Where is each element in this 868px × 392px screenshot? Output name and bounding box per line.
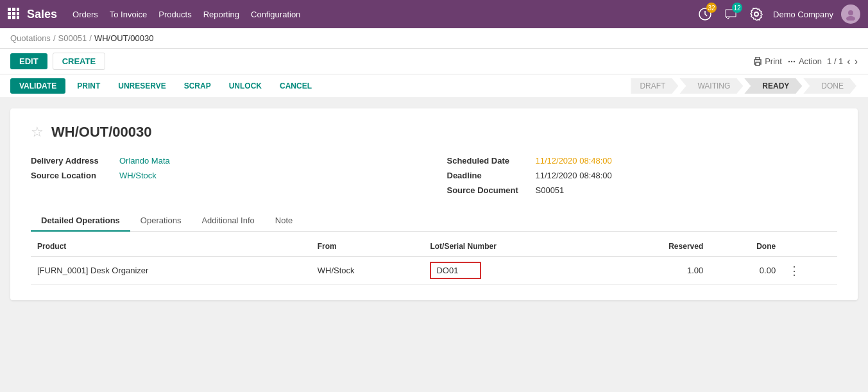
scheduled-date-value: 11/12/2020 08:48:00: [536, 156, 612, 166]
svg-point-11: [846, 16, 855, 21]
deadline-value: 11/12/2020 08:48:00: [536, 171, 612, 180]
nav-orders[interactable]: Orders: [72, 10, 98, 19]
action-bar: EDIT CREATE Print Action 1 / 1 ‹ ›: [0, 49, 868, 74]
breadcrumb-quotations[interactable]: Quotations: [10, 33, 51, 43]
col-reserved: Reserved: [602, 237, 710, 257]
col-from: From: [311, 237, 424, 257]
delivery-address-value[interactable]: Orlando Mata: [119, 156, 170, 166]
svg-rect-8: [17, 16, 19, 19]
status-steps: DRAFT WAITING READY DONE: [631, 78, 858, 94]
app-brand[interactable]: Sales: [27, 8, 57, 21]
lot-serial-value[interactable]: DO01: [430, 262, 481, 279]
edit-button[interactable]: EDIT: [10, 53, 47, 69]
form-title-row: ☆ WH/OUT/00030: [31, 124, 837, 141]
cell-done: 0.00: [710, 257, 782, 285]
form-col-right: Scheduled Date 11/12/2020 08:48:00 Deadl…: [447, 156, 838, 195]
cancel-button[interactable]: CANCEL: [273, 78, 318, 94]
scheduled-date-label: Scheduled Date: [447, 156, 531, 166]
print-status-button[interactable]: PRINT: [71, 78, 106, 94]
breadcrumb-s00051[interactable]: S00051: [58, 33, 87, 43]
form-title: WH/OUT/00030: [51, 124, 152, 141]
print-button[interactable]: Print: [753, 56, 782, 66]
unreserve-button[interactable]: UNRESERVE: [112, 78, 172, 94]
chat-badge-count: 12: [732, 3, 742, 13]
chat-badge[interactable]: 12: [722, 5, 740, 23]
navbar-right: 32 12 Demo Company: [696, 4, 860, 24]
svg-rect-6: [8, 16, 11, 19]
svg-rect-13: [756, 57, 760, 60]
action-button[interactable]: Action: [787, 56, 822, 66]
print-label: Print: [765, 56, 782, 66]
svg-rect-0: [8, 8, 11, 11]
navbar-menu: Orders To Invoice Products Reporting Con…: [72, 10, 696, 19]
form-col-left: Delivery Address Orlando Mata Source Loc…: [31, 156, 421, 195]
tab-operations[interactable]: Operations: [130, 210, 192, 232]
form-card: ☆ WH/OUT/00030 Delivery Address Orlando …: [10, 108, 858, 300]
svg-rect-7: [12, 16, 15, 19]
delivery-address-label: Delivery Address: [31, 156, 114, 166]
tab-note[interactable]: Note: [265, 210, 303, 232]
deadline-label: Deadline: [447, 171, 531, 180]
breadcrumb-current: WH/OUT/00030: [94, 33, 153, 43]
next-button[interactable]: ›: [855, 56, 858, 67]
step-done: DONE: [803, 78, 856, 94]
nav-reporting[interactable]: Reporting: [203, 10, 239, 19]
tab-detailed-operations[interactable]: Detailed Operations: [31, 210, 130, 232]
col-done: Done: [710, 237, 782, 257]
operations-table: Product From Lot/Serial Number Reserved …: [31, 237, 837, 285]
nav-to-invoice[interactable]: To Invoice: [110, 10, 148, 19]
cell-kebab[interactable]: ⋮: [782, 257, 837, 285]
action-label: Action: [799, 56, 822, 66]
nav-products[interactable]: Products: [158, 10, 191, 19]
cell-reserved: 1.00: [602, 257, 710, 285]
clock-badge[interactable]: 32: [696, 5, 714, 23]
company-name: Demo Company: [773, 10, 833, 19]
cell-product: [FURN_0001] Desk Organizer: [31, 257, 311, 285]
navbar: Sales Orders To Invoice Products Reporti…: [0, 0, 868, 28]
settings-icon[interactable]: [747, 5, 765, 23]
svg-rect-4: [12, 12, 15, 15]
status-bar: VALIDATE PRINT UNRESERVE SCRAP UNLOCK CA…: [0, 74, 868, 98]
pagination-count: 1 / 1: [827, 56, 843, 66]
nav-configuration[interactable]: Configuration: [251, 10, 300, 19]
svg-rect-2: [17, 8, 19, 11]
source-location-value[interactable]: WH/Stock: [119, 171, 157, 180]
svg-rect-5: [17, 12, 19, 15]
step-waiting: WAITING: [679, 78, 743, 94]
pagination: 1 / 1 ‹ ›: [827, 56, 858, 67]
cell-from: WH/Stock: [311, 257, 424, 285]
col-product: Product: [31, 237, 311, 257]
create-button[interactable]: CREATE: [53, 53, 105, 70]
unlock-button[interactable]: UNLOCK: [223, 78, 268, 94]
cell-lot-serial[interactable]: DO01: [423, 257, 602, 285]
validate-button[interactable]: VALIDATE: [10, 78, 65, 94]
scheduled-date-field: Scheduled Date 11/12/2020 08:48:00: [447, 156, 838, 166]
breadcrumb: Quotations / S00051 / WH/OUT/00030: [0, 28, 868, 49]
svg-rect-3: [8, 12, 11, 15]
step-draft: DRAFT: [631, 78, 678, 94]
favorite-star-icon[interactable]: ☆: [31, 124, 44, 141]
step-ready: READY: [744, 78, 802, 94]
svg-point-10: [848, 10, 853, 15]
source-doc-field: Source Document S00051: [447, 185, 838, 195]
col-actions-header: [782, 237, 837, 257]
tabs: Detailed Operations Operations Additiona…: [31, 210, 837, 232]
clock-badge-count: 32: [706, 3, 717, 13]
tab-additional-info[interactable]: Additional Info: [191, 210, 264, 232]
form-fields: Delivery Address Orlando Mata Source Loc…: [31, 156, 837, 195]
table-row: [FURN_0001] Desk Organizer WH/Stock DO01…: [31, 257, 837, 285]
source-location-label: Source Location: [31, 171, 114, 180]
main-content: ☆ WH/OUT/00030 Delivery Address Orlando …: [0, 98, 868, 311]
prev-button[interactable]: ‹: [847, 56, 850, 67]
row-kebab-icon[interactable]: ⋮: [788, 264, 800, 277]
avatar[interactable]: [841, 4, 860, 24]
svg-rect-1: [12, 8, 15, 11]
svg-point-16: [791, 60, 792, 62]
scrap-button[interactable]: SCRAP: [178, 78, 217, 94]
source-doc-label: Source Document: [447, 185, 531, 195]
svg-rect-14: [756, 62, 760, 65]
grid-icon[interactable]: [8, 8, 19, 21]
source-location-field: Source Location WH/Stock: [31, 171, 421, 180]
deadline-field: Deadline 11/12/2020 08:48:00: [447, 171, 838, 180]
svg-point-17: [794, 60, 795, 62]
